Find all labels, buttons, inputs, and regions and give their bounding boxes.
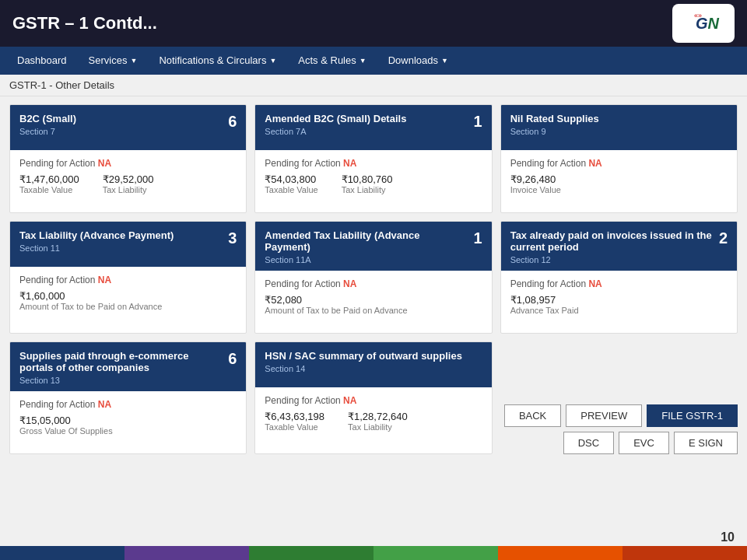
value-amount-tap-1: ₹1,08,957: [510, 294, 728, 306]
app-header: GSTR – 1 Contd... «» GN: [0, 0, 747, 47]
card-section-ecom: Section 13: [19, 376, 221, 385]
footer-seg-6: [622, 546, 747, 560]
services-arrow: ▼: [130, 47, 137, 75]
nav-notifications[interactable]: Notifications & Circulars ▼: [148, 47, 287, 75]
pending-ecom: Pending for Action NA: [19, 399, 237, 410]
card-body-hsn: Pending for Action NA ₹6,43,63,198 Taxab…: [255, 387, 491, 450]
card-header-b2c: B2C (Small) Section 7 6: [10, 105, 246, 150]
pending-hsn: Pending for Action NA: [265, 395, 482, 406]
logo: «» GN: [672, 4, 735, 43]
card-header-hsn: HSN / SAC summary of outward supplies Se…: [255, 342, 491, 387]
value-amount-ab2c-1: ₹54,03,800: [265, 173, 317, 185]
evc-button[interactable]: EVC: [619, 432, 669, 454]
card-body-nil: Pending for Action NA ₹9,26,480 Invoice …: [501, 150, 737, 212]
card-section-tla: Section 11: [19, 243, 221, 253]
card-section-tap: Section 12: [510, 255, 712, 264]
action-area: BACK PREVIEW FILE GSTR-1 DSC EVC E SIGN: [500, 341, 738, 454]
card-header-tla: Tax Liability (Advance Payment) Section …: [10, 222, 246, 267]
value-label-ab2c-2: Tax Liability: [342, 185, 393, 194]
acts-arrow: ▼: [359, 47, 366, 75]
card-title-ecom: Supplies paid through e-commerce portals…: [19, 350, 221, 373]
card-section-atla: Section 11A: [265, 255, 466, 264]
nav-dashboard[interactable]: Dashboard: [6, 47, 78, 75]
card-count-b2c: 6: [221, 113, 237, 131]
footer-seg-2: [124, 546, 249, 560]
preview-button[interactable]: PREVIEW: [566, 404, 642, 427]
nav-downloads[interactable]: Downloads ▼: [377, 47, 459, 75]
value-label-ecom-1: Gross Value Of Supplies: [19, 426, 237, 436]
footer-seg-3: [249, 546, 374, 560]
card-amended-tax-liability: Amended Tax Liability (Advance Payment) …: [254, 221, 492, 334]
card-title-amended-b2c: Amended B2C (Small) Details: [265, 113, 466, 124]
card-tax-liability-advance: Tax Liability (Advance Payment) Section …: [9, 221, 247, 334]
secondary-actions: DSC EVC E SIGN: [500, 432, 738, 454]
card-count-tap: 2: [712, 229, 728, 247]
card-section-nil: Section 9: [510, 127, 712, 136]
card-section-hsn: Section 14: [265, 364, 466, 373]
card-body-tla: Pending for Action NA ₹1,60,000 Amount o…: [10, 267, 246, 329]
card-body-amended-b2c: Pending for Action NA ₹54,03,800 Taxable…: [255, 150, 491, 212]
back-button[interactable]: BACK: [504, 404, 561, 427]
page-title: GSTR – 1 Contd...: [12, 13, 157, 33]
notifications-arrow: ▼: [269, 47, 276, 75]
card-ecommerce: Supplies paid through e-commerce portals…: [9, 341, 247, 454]
value-label-tla-1: Amount of Tax to be Paid on Advance: [19, 302, 237, 311]
card-title-tap: Tax already paid on invoices issued in t…: [510, 229, 712, 253]
cards-row-2: Tax Liability (Advance Payment) Section …: [9, 221, 738, 334]
card-header-amended-b2c: Amended B2C (Small) Details Section 7A 1: [255, 105, 491, 150]
pending-atla: Pending for Action NA: [265, 278, 482, 289]
dsc-button[interactable]: DSC: [563, 432, 614, 454]
card-count-tla: 3: [221, 229, 237, 247]
value-amount-nil-1: ₹9,26,480: [510, 173, 561, 185]
value-amount-b2c-1: ₹1,47,60,000: [19, 173, 79, 185]
card-title-b2c: B2C (Small): [19, 113, 221, 124]
value-label-hsn-2: Tax Liability: [348, 422, 408, 432]
footer-seg-5: [498, 546, 622, 560]
card-header-ecom: Supplies paid through e-commerce portals…: [10, 342, 246, 391]
footer-seg-1: [0, 546, 124, 560]
value-amount-b2c-2: ₹29,52,000: [103, 173, 154, 185]
footer-bar: [0, 546, 747, 560]
pending-tla: Pending for Action NA: [19, 275, 237, 285]
card-body-ecom: Pending for Action NA ₹15,05,000 Gross V…: [10, 391, 246, 453]
card-b2c-small: B2C (Small) Section 7 6 Pending for Acti…: [9, 104, 247, 213]
card-count-ecom: 6: [221, 350, 237, 368]
value-label-atla-1: Amount of Tax to be Paid on Advance: [265, 306, 482, 315]
card-header-atla: Amended Tax Liability (Advance Payment) …: [255, 222, 491, 271]
card-amended-b2c: Amended B2C (Small) Details Section 7A 1…: [254, 104, 492, 213]
card-count-atla: 1: [467, 229, 482, 247]
primary-actions: BACK PREVIEW FILE GSTR-1: [500, 404, 738, 427]
value-amount-ecom-1: ₹15,05,000: [19, 415, 237, 426]
card-title-nil: Nil Rated Supplies: [510, 113, 712, 124]
card-body-tap: Pending for Action NA ₹1,08,957 Advance …: [501, 271, 737, 333]
footer-seg-4: [374, 546, 498, 560]
e-sign-button[interactable]: E SIGN: [674, 432, 738, 454]
value-amount-hsn-2: ₹1,28,72,640: [348, 411, 408, 422]
value-amount-atla-1: ₹52,080: [265, 294, 482, 306]
card-count-amended-b2c: 1: [467, 113, 482, 131]
value-label-ab2c-1: Taxable Value: [265, 185, 317, 194]
pending-nil: Pending for Action NA: [510, 158, 728, 169]
card-tax-already-paid: Tax already paid on invoices issued in t…: [500, 221, 738, 334]
nav-services[interactable]: Services ▼: [78, 47, 149, 75]
value-label-b2c-2: Tax Liability: [103, 185, 154, 194]
card-nil-rated: Nil Rated Supplies Section 9 Pending for…: [500, 104, 738, 213]
main-content: B2C (Small) Section 7 6 Pending for Acti…: [0, 96, 747, 462]
cards-row-3: Supplies paid through e-commerce portals…: [9, 341, 738, 454]
pending-amended-b2c: Pending for Action NA: [265, 158, 482, 169]
card-section-amended-b2c: Section 7A: [265, 127, 466, 136]
page-number: 10: [721, 530, 735, 544]
card-section-b2c: Section 7: [19, 127, 221, 136]
breadcrumb: GSTR-1 - Other Details: [0, 75, 747, 96]
nav-acts-rules[interactable]: Acts & Rules ▼: [287, 47, 377, 75]
card-title-atla: Amended Tax Liability (Advance Payment): [265, 229, 466, 253]
downloads-arrow: ▼: [441, 47, 448, 75]
card-body-b2c: Pending for Action NA ₹1,47,60,000 Taxab…: [10, 150, 246, 212]
file-gstr-button[interactable]: FILE GSTR-1: [647, 404, 738, 427]
main-nav: Dashboard Services ▼ Notifications & Cir…: [0, 47, 747, 75]
pending-b2c: Pending for Action NA: [19, 158, 237, 169]
value-label-tap-1: Advance Tax Paid: [510, 306, 728, 315]
card-header-tap: Tax already paid on invoices issued in t…: [501, 222, 737, 271]
pending-tap: Pending for Action NA: [510, 278, 728, 289]
value-label-hsn-1: Taxable Value: [265, 422, 324, 432]
